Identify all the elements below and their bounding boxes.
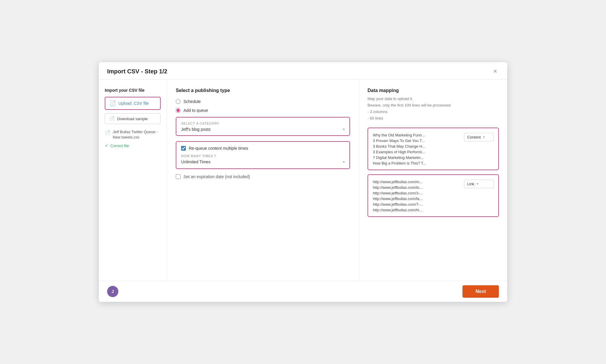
link-item: http://www.jeffbullas.com/7-... xyxy=(373,202,459,207)
link-chevron-icon: ▾ xyxy=(477,182,478,186)
expiry-checkbox[interactable] xyxy=(176,174,180,179)
download-btn-label: Download sample xyxy=(117,117,148,121)
file-name-row: 📄 Jeff Bullas Twitter Queue - New tweets… xyxy=(105,129,161,140)
download-file-icon: 📄 xyxy=(109,116,115,121)
import-csv-modal: Import CSV - Step 1/2 × Import your CSV … xyxy=(99,62,507,302)
upload-csv-button[interactable]: 📄 Upload .CSV file xyxy=(105,97,161,110)
left-panel-title: Import your CSV file xyxy=(105,88,161,93)
how-many-chevron-icon: ▾ xyxy=(343,160,345,164)
unlimited-times-text: Unlimited Times xyxy=(181,160,211,164)
content-item: 3 Examples of High Performi... xyxy=(373,150,459,154)
content-item: 7 Digital Marketing Marketin... xyxy=(373,155,459,160)
link-item: http://www.jeffbullas.com/hi... xyxy=(373,208,459,212)
link-item: http://www.jeffbullas.com/to... xyxy=(373,185,459,190)
queue-radio-row: Add to queue xyxy=(176,108,350,113)
correct-file-row: ✓ Correct file xyxy=(105,143,161,148)
link-item: http://www.jeffbullas.com/fa... xyxy=(373,197,459,201)
category-select-label: SELECT A CATEGORY xyxy=(181,122,345,125)
desc-line4: - 60 lines xyxy=(368,116,383,120)
next-button[interactable]: Next xyxy=(462,285,499,298)
how-many-label: HOW MANY TIMES ? xyxy=(181,154,345,158)
requeue-label[interactable]: Re-queue content multiple times xyxy=(189,146,248,151)
modal-header: Import CSV - Step 1/2 × xyxy=(99,62,507,80)
desc-line2: Beware, only the first 100 lines will be… xyxy=(368,103,450,107)
modal-body: Import your CSV file 📄 Upload .CSV file … xyxy=(99,80,507,281)
queue-radio[interactable] xyxy=(176,108,180,113)
schedule-radio-row: Schedule xyxy=(176,99,350,104)
upload-btn-label: Upload .CSV file xyxy=(118,101,149,106)
publishing-type-title: Select a publishing type xyxy=(176,88,350,93)
upload-file-icon: 📄 xyxy=(109,100,116,107)
modal-title: Import CSV - Step 1/2 xyxy=(107,68,167,75)
download-sample-button[interactable]: 📄 Download sample xyxy=(105,113,161,124)
check-icon: ✓ xyxy=(105,143,109,148)
link-items-list: http://www.jeffbullas.com/m...http://www… xyxy=(373,180,459,212)
content-mapping-card: Why the Old Marketing Funn...3 Proven Wa… xyxy=(368,128,499,170)
file-name-text: Jeff Bullas Twitter Queue - New tweets.c… xyxy=(113,129,161,140)
user-avatar: J xyxy=(107,286,118,297)
category-chevron-icon: ▾ xyxy=(343,127,345,131)
requeue-checkbox-row: Re-queue content multiple times xyxy=(181,146,345,151)
middle-panel: Select a publishing type Schedule Add to… xyxy=(167,80,359,281)
close-button[interactable]: × xyxy=(491,67,499,75)
correct-file-label: Correct file xyxy=(110,144,129,148)
category-select[interactable]: Jeff's blog posts ▾ xyxy=(181,127,345,132)
expiry-row: Set an expiration date (not included) xyxy=(176,174,350,179)
data-mapping-desc: Map your data to upload it. Beware, only… xyxy=(368,96,499,122)
content-type-dropdown[interactable]: Content ▾ xyxy=(464,133,494,141)
expiry-label[interactable]: Set an expiration date (not included) xyxy=(183,174,250,179)
content-item: 3 Books That May Change H... xyxy=(373,144,459,149)
link-dropdown-label: Link xyxy=(467,182,474,186)
category-select-wrapper: SELECT A CATEGORY Jeff's blog posts ▾ xyxy=(176,117,350,136)
left-panel: Import your CSV file 📄 Upload .CSV file … xyxy=(99,80,167,281)
selected-category-text: Jeff's blog posts xyxy=(181,127,211,132)
content-chevron-icon: ▾ xyxy=(483,135,485,139)
link-item: http://www.jeffbullas.com/m... xyxy=(373,180,459,184)
data-mapping-title: Data mapping xyxy=(368,88,499,93)
schedule-radio-label[interactable]: Schedule xyxy=(183,99,201,104)
file-name-icon: 📄 xyxy=(105,130,110,135)
link-type-dropdown[interactable]: Link ▾ xyxy=(464,180,494,188)
requeue-checkbox[interactable] xyxy=(181,146,186,151)
requeue-wrapper: Re-queue content multiple times HOW MANY… xyxy=(176,141,350,169)
link-item: http://www.jeffbullas.com/3-... xyxy=(373,191,459,195)
content-dropdown-label: Content xyxy=(467,135,481,139)
content-items-list: Why the Old Marketing Funn...3 Proven Wa… xyxy=(373,133,459,165)
desc-line3: - 3 columns xyxy=(368,109,387,114)
schedule-radio[interactable] xyxy=(176,99,180,104)
content-item: Why the Old Marketing Funn... xyxy=(373,133,459,137)
content-item: 3 Proven Ways To Get You T... xyxy=(373,138,459,143)
how-many-select[interactable]: Unlimited Times ▾ xyxy=(181,160,345,164)
content-item: How Big a Problem is This? T... xyxy=(373,161,459,165)
desc-line1: Map your data to upload it. xyxy=(368,96,413,101)
modal-footer: J Next xyxy=(99,281,507,302)
link-mapping-card: http://www.jeffbullas.com/m...http://www… xyxy=(368,174,499,217)
right-panel: Data mapping Map your data to upload it.… xyxy=(359,80,507,281)
queue-radio-label[interactable]: Add to queue xyxy=(183,108,208,113)
